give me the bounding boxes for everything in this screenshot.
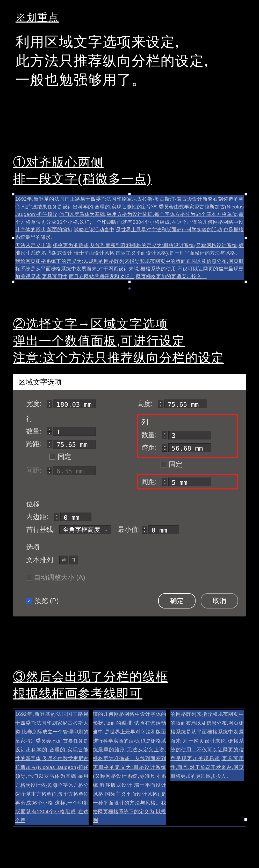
outport-handle[interactable] [244, 818, 247, 821]
handle-top-mid[interactable] [128, 193, 131, 195]
spin-up-icon[interactable]: ▴ [54, 513, 59, 517]
height-input[interactable]: 75.65 mm [164, 400, 207, 408]
col-count-label: 数量: [141, 430, 160, 439]
width-input[interactable]: 180.03 mm [53, 400, 96, 408]
handle-bottom-left[interactable] [12, 281, 14, 283]
handle-mid-right[interactable] [245, 237, 247, 239]
cols-group-label: 列 [141, 418, 234, 427]
col-count-spinner[interactable]: ▴▾ 3 [162, 431, 211, 439]
rows-group-label: 行 [26, 414, 127, 423]
spin-down-icon: ▾ [47, 470, 52, 474]
spin-down-icon[interactable]: ▾ [162, 435, 167, 439]
spin-down-icon[interactable]: ▾ [47, 444, 52, 448]
highlight-gutter-box: 间距: ▴▾ 5 mm [137, 474, 238, 490]
spin-down-icon[interactable]: ▾ [158, 404, 163, 408]
spin-up-icon[interactable]: ▴ [47, 400, 52, 404]
col-fixed-label: 固定 [169, 460, 182, 469]
handle-top-right[interactable] [245, 193, 247, 195]
baseline-value: 全角字框高度 [63, 526, 100, 534]
min-label: 最小值: [118, 525, 140, 534]
body-p2: 无法从定义上说,栅格更为准确些,从线到面积到容积栅格的定义为:栅格设计系统(又称… [15, 242, 244, 257]
spin-up-icon[interactable]: ▴ [162, 444, 167, 448]
auto-resize-label: 自动调整大小 (A) [34, 573, 85, 582]
min-input[interactable]: 0 mm [148, 525, 179, 534]
spin-down-icon[interactable]: ▾ [162, 448, 167, 452]
section-2-title-line3: 注意:这个方法只推荐纵向分栏的设定 [13, 349, 249, 366]
spin-up-icon[interactable]: ▴ [162, 478, 167, 482]
col-span-label: 跨距: [141, 443, 160, 452]
options-group-label: 选项 [26, 542, 238, 552]
highlight-columns-box: 列 数量: ▴▾ 3 跨距: ▴▾ 56.68 [137, 414, 238, 458]
spin-down-icon[interactable]: ▾ [47, 404, 52, 408]
spin-down-icon[interactable]: ▾ [162, 482, 167, 486]
row-span-input[interactable]: 75.65 mm [53, 440, 96, 448]
spin-down-icon[interactable]: ▾ [142, 530, 147, 533]
spin-down-icon[interactable]: ▾ [47, 431, 52, 435]
width-spinner[interactable]: ▴▾ 180.03 mm [47, 400, 96, 408]
row-count-input[interactable]: 1 [53, 427, 96, 436]
column-1-text: 1692年,新登基的法国国王路易十四委托法国印刷家尼古拉斯人类,比赛之际成立一个… [15, 710, 89, 825]
body-p1: 1692年,新登基的法国国王路易十四委托法国印刷家尼古拉斯·奥古斯汀·若古逊设计… [15, 195, 244, 241]
column-3-text: 的网格阵列来指导和规范网页中的版面布局以及信息分布,网页栅格系统是从平面栅格系统… [170, 710, 244, 781]
baseline-dropdown[interactable]: 全角字框高度 ⌄ [59, 525, 111, 534]
section-3-title: ③然后会出现了分栏的线框 根据线框画参考线即可 [0, 669, 259, 702]
section-1-title-line1: ①对齐版心两侧 [13, 154, 249, 171]
textflow-horizontal-button[interactable]: ⇄ [59, 556, 68, 564]
handle-bottom-right[interactable] [245, 281, 247, 283]
section-1-title: ①对齐版心两侧 排一段文字(稍微多一点) [0, 154, 259, 188]
width-label: 宽度: [26, 399, 45, 408]
flow-vertical-icon: ⇅ [72, 557, 76, 563]
col-count-input[interactable]: 3 [168, 431, 211, 439]
body-p3: 我给网页栅格系统下的定义为:以规则的网格阵列来指导和规范网页中的版面布局以及信息… [15, 257, 244, 280]
intro-block: 利用区域文字选项来设定, 此方法只推荐纵向分栏的设定, 一般也勉强够用了。 [0, 30, 259, 97]
row-fixed-checkbox[interactable] [50, 454, 55, 460]
spin-up-icon: ▴ [47, 467, 52, 470]
section-3-title-line1: ③然后会出现了分栏的线框 [13, 669, 249, 685]
col-span-spinner[interactable]: ▴▾ 56.68 mm [162, 443, 211, 452]
col-fixed-checkbox[interactable] [161, 462, 166, 467]
min-spinner[interactable]: ▴▾ 0 mm [142, 525, 179, 534]
spin-up-icon[interactable]: ▴ [142, 526, 147, 530]
inset-input[interactable]: 0 mm [60, 513, 91, 521]
row-fixed-label: 固定 [58, 452, 71, 461]
height-spinner[interactable]: ▴▾ 75.65 mm [158, 400, 207, 408]
center-indicator-icon[interactable]: ✦ [127, 285, 132, 292]
intro-line-3: 一般也勉强够用了。 [15, 70, 249, 89]
text-frame-single[interactable]: ✦ 1692年,新登基的法国国王路易十四委托法国印刷家尼古拉斯·奥古斯汀·若古逊… [13, 194, 246, 282]
area-type-options-dialog: 区域文字选项 宽度: ▴▾ 180.03 mm 高度: [13, 374, 246, 617]
row-gutter-label: 间距: [26, 466, 45, 475]
col-span-input[interactable]: 56.68 mm [168, 443, 211, 452]
handle-top-left[interactable] [12, 193, 14, 195]
spin-up-icon[interactable]: ▴ [47, 428, 52, 431]
header-tag: ※划重点 [0, 0, 259, 30]
section-3-title-line2: 根据线框画参考线即可 [13, 685, 249, 702]
dialog-title: 区域文字选项 [13, 374, 246, 390]
col-gutter-label: 间距: [141, 477, 160, 486]
text-frame-columns[interactable]: 1692年,新登基的法国国王路易十四委托法国印刷家尼古拉斯人类,比赛之际成立一个… [13, 709, 246, 826]
ok-button[interactable]: 确定 [158, 593, 196, 609]
textflow-vertical-button[interactable]: ⇅ [69, 556, 78, 564]
spin-up-icon[interactable]: ▴ [158, 400, 163, 404]
row-span-spinner[interactable]: ▴▾ 75.65 mm [47, 440, 96, 448]
handle-mid-left[interactable] [12, 237, 14, 239]
selected-body-text[interactable]: 1692年,新登基的法国国王路易十四委托法国印刷家尼古拉斯·奥古斯汀·若古逊设计… [15, 195, 244, 280]
spin-down-icon[interactable]: ▾ [54, 517, 59, 521]
chevron-down-icon: ⌄ [105, 528, 108, 532]
spin-up-icon[interactable]: ▴ [162, 431, 167, 435]
section-2-title-line2: 弹出一个数值面板,可进行设定 [13, 333, 249, 349]
col-gutter-input[interactable]: 5 mm [168, 477, 211, 486]
col-gutter-spinner[interactable]: ▴▾ 5 mm [162, 477, 211, 486]
section-2-title: ②选择文字→区域文字选项 弹出一个数值面板,可进行设定 注意:这个方法只推荐纵向… [0, 316, 259, 366]
cancel-button[interactable]: 取消 [201, 593, 238, 609]
row-span-label: 跨距: [26, 439, 45, 448]
row-count-spinner[interactable]: ▴▾ 1 [47, 427, 96, 436]
spin-up-icon[interactable]: ▴ [47, 440, 52, 444]
inset-label: 内边距: [26, 512, 52, 521]
column-2-text: 谨的几何网格网络中设计字体的形状,版面的编排,试验在该活动当中,是世界上最早对字… [93, 710, 166, 825]
preview-checkbox[interactable]: ✓ [26, 598, 32, 604]
handle-bottom-mid[interactable] [128, 281, 131, 283]
auto-resize-checkbox[interactable] [26, 575, 32, 581]
intro-line-2: 此方法只推荐纵向分栏的设定, [15, 51, 249, 70]
preview-label: 预览 (P) [34, 596, 59, 606]
inset-spinner[interactable]: ▴▾ 0 mm [54, 513, 91, 521]
